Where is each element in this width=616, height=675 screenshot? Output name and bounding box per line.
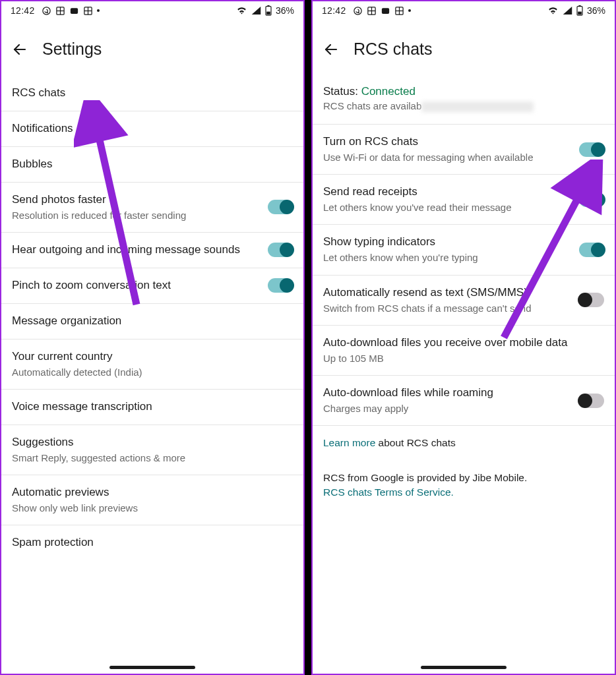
settings-item-spam-protection[interactable]: Spam protection	[1, 525, 303, 560]
status-time: 12:42	[11, 5, 35, 16]
app-icon-1	[367, 6, 377, 16]
settings-item-bubbles[interactable]: Bubbles	[1, 147, 303, 183]
provider-text: RCS from Google is provided by Jibe Mobi…	[323, 471, 604, 485]
item-sub: Switch from RCS chats if a message can't…	[323, 302, 571, 315]
toggle-send-photos-faster[interactable]	[268, 200, 293, 214]
item-title: Notifications	[12, 121, 293, 136]
status-time: 12:42	[322, 5, 346, 16]
app-icon-3	[83, 6, 93, 16]
rcs-settings-list: Turn on RCS chats Use Wi-Fi or data for …	[313, 125, 615, 674]
status-label: Status:	[323, 85, 361, 98]
item-sub: Let others know when you're typing	[323, 251, 571, 264]
settings-item-rcs-chats[interactable]: RCS chats	[1, 76, 303, 111]
battery-percent: 36%	[276, 5, 294, 16]
svg-rect-10	[266, 12, 270, 15]
item-title: Message organization	[12, 314, 293, 329]
phone-right: 12:42 36%	[311, 0, 616, 675]
status-sub-text: RCS chats are availab	[323, 100, 421, 111]
rcs-item-auto-download-mobile[interactable]: Auto-download files you receive over mob…	[313, 326, 615, 376]
svg-rect-22	[578, 5, 580, 7]
settings-item-suggestions[interactable]: Suggestions Smart Reply, suggested actio…	[1, 425, 303, 475]
settings-item-pinch-zoom[interactable]: Pinch to zoom conversation text	[1, 268, 303, 304]
item-sub: Let others know you've read their messag…	[323, 201, 571, 214]
rcs-item-typing-indicators[interactable]: Show typing indicators Let others know w…	[313, 225, 615, 275]
signal-icon	[563, 6, 572, 15]
battery-percent: 36%	[587, 5, 605, 16]
svg-rect-23	[578, 12, 582, 15]
item-title: Auto-download files you receive over mob…	[323, 336, 604, 351]
toggle-turn-on-rcs[interactable]	[579, 142, 604, 157]
toggle-auto-download-roaming[interactable]	[579, 394, 604, 408]
item-title: RCS chats	[12, 86, 293, 101]
toggle-pinch-zoom[interactable]	[268, 278, 293, 293]
svg-rect-4	[70, 8, 77, 14]
app-icon-3	[394, 6, 404, 16]
item-title: Automatic previews	[12, 485, 293, 500]
nav-pill[interactable]	[109, 666, 195, 669]
item-sub: Use Wi-Fi or data for messaging when ava…	[323, 151, 571, 164]
item-sub: Resolution is reduced for faster sending	[12, 209, 260, 222]
settings-item-send-photos-faster[interactable]: Send photos faster Resolution is reduced…	[1, 183, 303, 233]
learn-more-link[interactable]: Learn more	[323, 437, 375, 448]
status-bar: 12:42 36%	[313, 1, 615, 18]
svg-rect-17	[381, 8, 388, 14]
whatsapp-icon	[353, 6, 363, 16]
app-icon-2	[69, 6, 79, 16]
toggle-read-receipts[interactable]	[579, 192, 604, 207]
settings-item-message-organization[interactable]: Message organization	[1, 304, 303, 339]
back-arrow-icon[interactable]	[323, 42, 339, 57]
learn-more-suffix: about RCS chats	[375, 437, 455, 448]
more-notifications-dot	[408, 9, 411, 12]
item-title: Pinch to zoom conversation text	[12, 278, 260, 293]
phone-left: 12:42 36%	[0, 0, 305, 675]
item-sub: Automatically detected (India)	[12, 366, 293, 379]
item-sub: Charges may apply	[323, 402, 571, 415]
rcs-item-turn-on[interactable]: Turn on RCS chats Use Wi-Fi or data for …	[313, 125, 615, 175]
back-arrow-icon[interactable]	[12, 42, 28, 57]
rcs-item-read-receipts[interactable]: Send read receipts Let others know you'v…	[313, 175, 615, 225]
item-sub: Show only web link previews	[12, 502, 293, 515]
rcs-status-block: Status: Connected RCS chats are availab	[313, 76, 615, 125]
nav-pill[interactable]	[421, 666, 507, 669]
toggle-auto-resend[interactable]	[579, 293, 604, 307]
toggle-message-sounds[interactable]	[268, 243, 293, 257]
item-title: Spam protection	[12, 535, 293, 550]
item-title: Your current country	[12, 349, 293, 365]
rcs-item-auto-download-roaming[interactable]: Auto-download files while roaming Charge…	[313, 376, 615, 426]
svg-rect-9	[267, 5, 269, 7]
settings-item-message-sounds[interactable]: Hear outgoing and incoming message sound…	[1, 233, 303, 268]
page-title: RCS chats	[354, 40, 432, 59]
more-notifications-dot	[97, 9, 100, 12]
page-title: Settings	[42, 40, 102, 59]
item-title: Voice message transcription	[12, 399, 293, 415]
wifi-icon	[236, 6, 247, 15]
item-sub: Smart Reply, suggested actions & more	[12, 452, 293, 465]
app-header: RCS chats	[313, 18, 615, 76]
settings-list: RCS chats Notifications Bubbles Send pho…	[1, 76, 303, 674]
toggle-typing-indicators[interactable]	[579, 243, 604, 257]
redacted-text	[421, 102, 534, 112]
svg-point-0	[42, 7, 49, 14]
item-sub: Up to 105 MB	[323, 352, 604, 365]
item-title: Send read receipts	[323, 185, 571, 200]
item-title: Bubbles	[12, 157, 293, 172]
settings-item-notifications[interactable]: Notifications	[1, 111, 303, 147]
battery-icon	[265, 5, 272, 16]
item-title: Automatically resend as text (SMS/MMS)	[323, 285, 571, 301]
rcs-footer: Learn more about RCS chats RCS from Goog…	[313, 426, 615, 512]
item-title: Auto-download files while roaming	[323, 386, 571, 401]
settings-item-automatic-previews[interactable]: Automatic previews Show only web link pr…	[1, 475, 303, 525]
item-title: Show typing indicators	[323, 235, 571, 250]
settings-item-current-country[interactable]: Your current country Automatically detec…	[1, 339, 303, 390]
status-bar: 12:42 36%	[1, 1, 303, 18]
app-icon-2	[381, 6, 390, 16]
whatsapp-icon	[42, 6, 51, 16]
settings-item-voice-transcription[interactable]: Voice message transcription	[1, 390, 303, 425]
battery-icon	[576, 5, 583, 16]
svg-point-13	[354, 7, 361, 14]
rcs-item-auto-resend[interactable]: Automatically resend as text (SMS/MMS) S…	[313, 276, 615, 326]
item-title: Suggestions	[12, 435, 293, 450]
app-header: Settings	[1, 18, 303, 76]
signal-icon	[251, 6, 261, 15]
tos-link[interactable]: RCS chats Terms of Service.	[323, 486, 454, 498]
